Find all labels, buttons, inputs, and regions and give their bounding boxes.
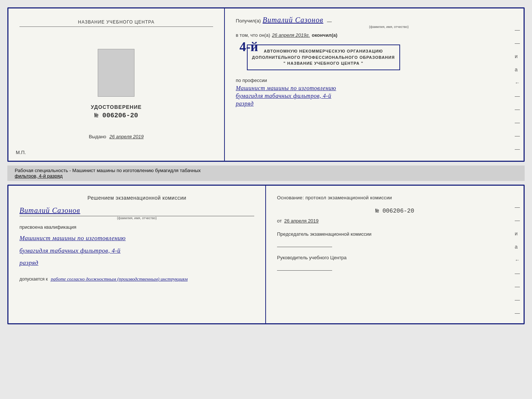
qual-line1: Машинист машины по изготовлению: [19, 233, 254, 244]
chairman-block: Председатель экзаменационной комиссии: [277, 231, 513, 247]
recipient-prefix: Получил(а): [236, 18, 261, 24]
allow-prefix: допускается к: [19, 277, 48, 282]
qualification-document: Решением экзаменационной комиссии Витали…: [7, 185, 525, 324]
director-signature-line: [277, 270, 332, 271]
recipient-line: Получил(а) Виталий Сазонов —: [236, 16, 513, 24]
cert-number: № 006206-20: [94, 112, 138, 119]
photo-placeholder: [98, 49, 134, 97]
qual-person-name-line: Виталий Сазонов: [19, 206, 254, 215]
issued-label: Выдано: [89, 134, 106, 139]
certificate-document: НАЗВАНИЕ УЧЕБНОГО ЦЕНТРА УДОСТОВЕРЕНИЕ №…: [7, 7, 525, 162]
qual-right: Основание: протокол экзаменационной коми…: [266, 186, 524, 323]
org-line3: " НАЗВАНИЕ УЧЕБНОГО ЦЕНТРА ": [252, 60, 395, 67]
qual-line2: бумагидля табачных фильтров, 4-й: [19, 245, 254, 257]
cert-mp: М.П.: [16, 150, 26, 155]
cert-issued-line: Выдано 26 апреля 2019: [89, 134, 144, 139]
chairman-signature-line: [277, 247, 332, 247]
qual-qualification-line3: разряд: [19, 257, 254, 269]
org-line1: АВТОНОМНУЮ НЕКОММЕРЧЕСКУЮ ОРГАНИЗАЦИЮ: [252, 48, 395, 54]
qual-line3: разряд: [19, 257, 254, 269]
protocol-date-value: 26 апреля 2019: [284, 218, 319, 224]
qual-qualification-line1: Машинист машины по изготовлению: [19, 233, 254, 244]
confirm-prefix: в том, что он(а): [236, 32, 270, 38]
assigned-text: присвоена квалификация: [19, 224, 254, 230]
right-dashes: — — и а ← — — — — —: [515, 27, 520, 152]
protocol-number: № 006206-20: [277, 208, 513, 214]
recipient-subtitle: (фамилия, имя, отчество): [265, 25, 513, 29]
profession-line3: разряд: [236, 100, 254, 107]
cert-right: Получил(а) Виталий Сазонов — (фамилия, и…: [225, 8, 524, 161]
profession-handwritten-3: разряд: [236, 100, 513, 107]
profession-line2: бумагидля табачных фильтров, 4-й: [236, 93, 331, 99]
page-wrapper: НАЗВАНИЕ УЧЕБНОГО ЦЕНТРА УДОСТОВЕРЕНИЕ №…: [7, 7, 525, 324]
protocol-date: от 26 апреля 2019: [277, 218, 513, 224]
profession-line1: Машинист машины по изготовлению: [236, 85, 336, 91]
training-center-label: НАЗВАНИЕ УЧЕБНОГО ЦЕНТРА: [19, 19, 213, 27]
profession-handwritten-1: Машинист машины по изготовлению: [236, 85, 513, 92]
stamp-box: АВТОНОМНУЮ НЕКОММЕРЧЕСКУЮ ОРГАНИЗАЦИЮ ДО…: [247, 44, 400, 70]
qual-section-title: Решением экзаменационной комиссии: [19, 195, 254, 201]
cert-left: НАЗВАНИЕ УЧЕБНОГО ЦЕНТРА УДОСТОВЕРЕНИЕ №…: [8, 8, 225, 161]
qual-qualification-line2: бумагидля табачных фильтров, 4-й: [19, 245, 254, 257]
director-label: Руководитель учебного Центра: [277, 254, 513, 261]
confirm-line: в том, что он(а) 26 апреля 2019г. окончи…: [236, 32, 513, 38]
org-line2: ДОПОЛНИТЕЛЬНОГО ПРОФЕССИОНАЛЬНОГО ОБРАЗО…: [252, 54, 395, 61]
annotation-underlined: фильтров, 4-й разряд: [15, 173, 62, 179]
qual-name-subtitle: (фамилия, имя, отчество): [19, 216, 254, 220]
profession-handwritten-2: бумагидля табачных фильтров, 4-й: [236, 93, 513, 99]
allow-text: допускается к работе согласно должностны…: [19, 276, 254, 282]
qual-person-name: Виталий Сазонов: [19, 206, 80, 215]
recipient-name: Виталий Сазонов: [263, 16, 323, 24]
ot-prefix: от: [277, 218, 282, 224]
chairman-label: Председатель экзаменационной комиссии: [277, 231, 513, 238]
allow-detail: работе согласно должностным (производств…: [51, 276, 187, 282]
stamp-area: 4-й АВТОНОМНУЮ НЕКОММЕРЧЕСКУЮ ОРГАНИЗАЦИ…: [236, 41, 513, 74]
qual-right-dashes: — — и а ← — — — — —: [515, 204, 520, 324]
annotation-strip: Рабочая специальность - Машинист машины …: [7, 165, 525, 181]
qual-left: Решением экзаменационной комиссии Витали…: [8, 186, 266, 323]
issued-date: 26 апреля 2019: [109, 134, 144, 139]
confirm-date: 26 апреля 2019г.: [272, 32, 310, 38]
cert-title: УДОСТОВЕРЕНИЕ: [91, 104, 141, 110]
profession-label: по профессии: [236, 78, 513, 83]
confirm-suffix: окончил(а): [312, 32, 338, 38]
annotation-text: Рабочая специальность - Машинист машины …: [15, 168, 201, 173]
basis-text: Основание: протокол экзаменационной коми…: [277, 195, 513, 200]
